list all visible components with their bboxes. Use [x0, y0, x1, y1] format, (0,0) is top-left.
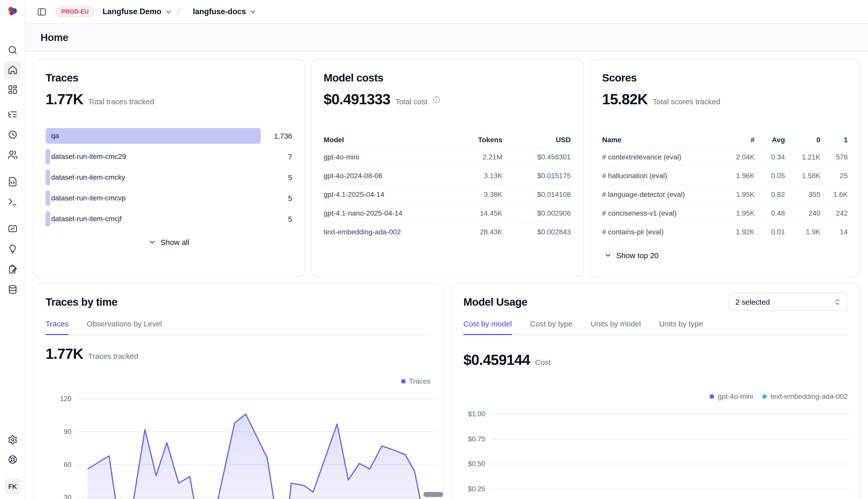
scrollbar-thumb[interactable]	[423, 492, 443, 497]
sessions-clock-icon[interactable]	[4, 126, 21, 143]
column-header: Model	[324, 136, 444, 144]
table-row: gpt-4o-2024-08-063.13K$0.015175	[324, 166, 571, 185]
datasets-clipboard-pen-icon[interactable]	[4, 260, 21, 278]
table-cell: 1.6K	[820, 190, 848, 198]
model-usage-chart: $1.00$0.75$0.50$0.25	[451, 400, 861, 499]
info-icon[interactable]	[432, 95, 441, 104]
traces-by-time-card: Traces by time TracesObservations by Lev…	[33, 283, 443, 499]
card-title: Traces by time	[46, 296, 430, 308]
sidebar: FK	[0, 0, 25, 499]
trace-bar	[46, 170, 50, 185]
tab-observations-by-level[interactable]: Observations by Level	[87, 319, 162, 334]
show-top-20-button[interactable]: Show top 20	[604, 251, 848, 260]
dashboards-icon[interactable]	[4, 81, 21, 98]
trace-count: 5	[261, 194, 292, 202]
trace-bar-row: dataset-run-item-cmcky5	[46, 170, 292, 185]
table-cell: 3.38K	[444, 190, 502, 198]
trace-bar	[46, 190, 50, 206]
model-select-dropdown[interactable]: 2 selected	[729, 293, 848, 311]
table-cell: 2.21M	[444, 153, 502, 161]
langfuse-logo-icon[interactable]	[7, 5, 19, 17]
annotation-lightbulb-icon[interactable]	[4, 240, 21, 258]
database-icon[interactable]	[4, 281, 21, 298]
model-costs-table: ModelTokensUSDgpt-4o-mini2.21M$0.456301g…	[324, 132, 571, 241]
top-bar: PROD-EU Langfuse Demo / langfuse-docs	[25, 0, 868, 24]
show-all-button[interactable]: Show all	[46, 238, 292, 246]
tab-cost-by-type[interactable]: Cost by type	[530, 319, 572, 334]
table-cell: 0.48	[754, 209, 785, 217]
table-row: gpt-4.1-2025-04-143.38K$0.014108	[324, 185, 571, 204]
table-cell: 0.34	[754, 153, 785, 161]
settings-gear-icon[interactable]	[4, 431, 21, 448]
user-avatar[interactable]: FK	[4, 478, 21, 495]
trace-count: 7	[261, 153, 292, 161]
chevron-down-icon	[164, 8, 172, 15]
traces-total-label: Total traces tracked	[88, 97, 154, 106]
prompts-file-code-icon[interactable]	[4, 173, 21, 190]
evaluation-icon[interactable]	[4, 220, 21, 238]
card-title: Traces	[46, 72, 292, 84]
tab-cost-by-model[interactable]: Cost by model	[463, 319, 512, 335]
home-icon[interactable]	[4, 61, 21, 78]
legend-dot	[401, 379, 405, 384]
tab-units-by-model[interactable]: Units by model	[591, 319, 641, 334]
table-cell: 242	[820, 209, 848, 217]
table-cell: 25	[820, 172, 848, 180]
project-selector[interactable]: langfuse-docs	[193, 7, 257, 16]
table-header-row: Name#Avg01	[602, 132, 848, 147]
trace-bar-row: qa1,736	[46, 128, 292, 144]
table-cell: gpt-4.1-2025-04-14	[324, 190, 444, 198]
table-row: # conciseness-v1 (eval)1.95K0.48240242	[602, 204, 848, 222]
traces-tracked-value: 1.77K	[46, 346, 83, 362]
chevron-down-icon	[148, 239, 156, 246]
column-header: Avg	[754, 136, 785, 144]
card-title: Model costs	[324, 72, 571, 84]
trace-name: dataset-run-item-cmcvp	[51, 190, 126, 206]
environment-badge[interactable]: PROD-EU	[56, 6, 94, 17]
traces-tracked-label: Traces tracked	[88, 352, 138, 360]
usage-cost-label: Cost	[535, 358, 551, 366]
table-cell: text-embedding-ada-002	[324, 228, 444, 236]
table-row: text-embedding-ada-00228.43K$0.002843	[324, 222, 571, 241]
table-cell: # hallucination (eval)	[602, 172, 719, 180]
support-lifebuoy-icon[interactable]	[4, 451, 21, 468]
legend-label: gpt-4o-mini	[718, 392, 753, 400]
trace-bar-row: dataset-run-item-cmc297	[46, 149, 292, 165]
table-cell: 14	[820, 228, 848, 236]
legend-label: text-embedding-ada-002	[771, 392, 848, 400]
tab-traces[interactable]: Traces	[46, 319, 69, 335]
table-cell: $0.002843	[502, 228, 571, 236]
table-row: gpt-4o-mini2.21M$0.456301	[324, 147, 571, 166]
sidebar-toggle-icon[interactable]	[34, 4, 49, 19]
model-usage-tabs: Cost by modelCost by typeUnits by modelU…	[463, 319, 848, 335]
table-cell: # contextrelevance (eval)	[602, 153, 719, 161]
legend-dot	[710, 394, 714, 399]
playground-terminal-icon[interactable]	[4, 193, 21, 210]
legend-label: Traces	[409, 377, 430, 385]
y-axis-tick: $1.00	[468, 410, 485, 418]
table-cell: 3.13K	[444, 172, 502, 180]
table-row: # language-detector (eval)1.95K0.823551.…	[602, 185, 848, 204]
table-cell: 1.96K	[719, 172, 754, 180]
search-icon[interactable]	[4, 41, 21, 59]
table-cell: # conciseness-v1 (eval)	[602, 209, 719, 217]
tracing-icon[interactable]	[4, 106, 21, 123]
column-header: 0	[785, 136, 820, 144]
column-header: #	[719, 136, 754, 144]
org-selector[interactable]: Langfuse Demo	[103, 7, 172, 16]
y-axis-tick: 60	[64, 461, 71, 468]
table-cell: 1.58K	[785, 172, 820, 180]
scores-card: Scores 15.82K Total scores tracked Name#…	[590, 59, 860, 277]
chevron-down-icon	[249, 8, 257, 15]
users-icon[interactable]	[4, 146, 21, 163]
tab-units-by-type[interactable]: Units by type	[659, 319, 703, 334]
trace-name: qa	[51, 128, 59, 144]
column-header: Tokens	[444, 136, 502, 144]
column-header: 1	[820, 136, 848, 144]
table-cell: gpt-4.1-nano-2025-04-14	[324, 209, 444, 217]
scores-total: 15.82K	[602, 91, 648, 108]
trace-bar-row: dataset-run-item-cmcjf5	[46, 211, 292, 227]
chevrons-up-down-icon	[834, 298, 841, 305]
table-row: gpt-4.1-nano-2025-04-1414.45K$0.002906	[324, 204, 571, 222]
model-costs-card: Model costs $0.491333 Total cost ModelTo…	[311, 59, 583, 277]
